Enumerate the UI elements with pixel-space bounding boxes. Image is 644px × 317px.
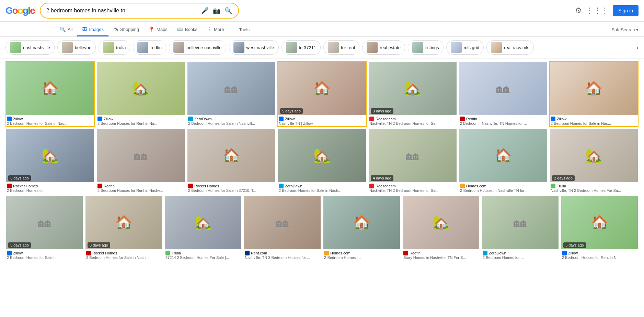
image-card-info: Rocket Homes 2 Bedroom Homes fo... bbox=[6, 182, 94, 193]
house-thumbnail: 🏡 bbox=[278, 129, 366, 182]
image-card[interactable]: 🏠 Rocket Homes 2 Bedroom Homes for Sale … bbox=[187, 128, 276, 194]
image-card-info: Rent.com Nashville, TN 3 Bedroom Houses … bbox=[244, 249, 321, 260]
image-card[interactable]: 🏘 ZeroDown 2 Bedroom Homes for ... bbox=[481, 195, 559, 261]
search-icon[interactable]: 🔍 bbox=[224, 6, 233, 15]
image-source: Redfin bbox=[460, 117, 547, 121]
tab-books[interactable]: 📖 Books bbox=[172, 23, 202, 36]
chip-listings-label: listings bbox=[425, 45, 439, 50]
chip-mls-grid-label: mls grid bbox=[464, 45, 480, 50]
image-card[interactable]: 🏠 5 days ago Zillow 2 Bedroom Houses for… bbox=[561, 195, 639, 261]
tab-maps[interactable]: 📍 Maps bbox=[144, 23, 172, 36]
settings-icon[interactable]: ⚙ bbox=[575, 6, 582, 15]
image-card[interactable]: 🏠 Zillow 2 Bedroom Homes for Sale in Nas… bbox=[549, 61, 639, 127]
time-badge: 5 days ago bbox=[280, 108, 303, 114]
house-thumbnail: 🏘 bbox=[187, 62, 275, 115]
source-icon bbox=[279, 184, 284, 188]
image-card-info: Rocket Homes 2 Bedroom Homes for Sale in… bbox=[187, 182, 275, 193]
apps-icon[interactable]: ⋮⋮⋮ bbox=[586, 6, 609, 15]
camera-icon[interactable]: 📷 bbox=[212, 6, 221, 15]
chip-real-estate[interactable]: real estate bbox=[362, 40, 405, 55]
tab-more[interactable]: ⋮ More bbox=[202, 23, 229, 36]
source-icon bbox=[369, 117, 374, 121]
image-card[interactable]: 🏠 Homes.com 2-Bedroom Homes i... bbox=[323, 195, 401, 261]
tab-shopping-label: Shopping bbox=[120, 27, 139, 32]
chip-tn-37211[interactable]: tn 37211 bbox=[281, 40, 321, 55]
house-thumbnail: 🏠 bbox=[85, 196, 162, 249]
house-thumbnail: 🏘 bbox=[97, 129, 185, 182]
image-title: Nashville, TN 2 Bedroom Homes for Sal... bbox=[369, 188, 456, 193]
image-card[interactable]: 🏡 3 days ago Realtor.com Nashville, TN 2… bbox=[368, 61, 457, 127]
image-card[interactable]: 🏠 3 days ago Rocket Homes 2 Bedroom Home… bbox=[85, 195, 163, 261]
chip-west-nashville[interactable]: west nashville bbox=[229, 40, 279, 55]
header-right: ⚙ ⋮⋮⋮ Sign in bbox=[575, 5, 639, 16]
image-card[interactable]: 🏡 2 days ago Trulia Nashville, TN 2 Bedr… bbox=[549, 128, 639, 194]
image-card[interactable]: 🏡 Zillow 2 Bedroom Houses for Rent in Na… bbox=[96, 61, 185, 127]
image-card-info: Zillow 2 Bedroom Houses for Rent in Na..… bbox=[97, 115, 185, 126]
tools-button[interactable]: Tools bbox=[234, 24, 254, 36]
chip-trulia[interactable]: trulia bbox=[99, 40, 130, 55]
image-source: Redfin bbox=[97, 184, 184, 188]
images-icon: 🖼 bbox=[82, 26, 87, 32]
house-thumbnail: 🏠 bbox=[459, 129, 547, 182]
chip-realtracs-mls[interactable]: realtracs mls bbox=[486, 40, 534, 55]
image-source: Trulia bbox=[551, 184, 637, 188]
shopping-icon: 🛍 bbox=[113, 26, 118, 32]
house-thumbnail: 🏘 bbox=[459, 62, 547, 115]
google-logo[interactable]: Google bbox=[5, 5, 34, 16]
search-input[interactable] bbox=[46, 8, 198, 14]
chips-next-arrow[interactable]: › bbox=[636, 44, 639, 51]
image-title: 2 Bedroom Homes for Sale in Nashvill... bbox=[188, 121, 275, 125]
source-icon bbox=[551, 117, 555, 121]
chip-east-nashville-label: east nashville bbox=[23, 45, 50, 50]
image-title: 2 Bedroom Homes fo... bbox=[7, 188, 93, 193]
image-card[interactable]: 🏘 Redfin 2 Bedroom - Nashville, TN Homes… bbox=[459, 61, 548, 127]
image-card[interactable]: 🏠 Homes.com 2-Bedroom Houses in Nashvill… bbox=[459, 128, 548, 194]
image-card-info: Redfin 2 Bedroom - Nashville, TN Homes f… bbox=[459, 115, 547, 126]
image-card[interactable]: 🏠 5 days ago Zillow Nashville TN | Zillo… bbox=[277, 61, 367, 127]
books-icon: 📖 bbox=[177, 26, 183, 32]
image-card-info: Realtor.com Nashville, TN 2 Bedroom Home… bbox=[369, 115, 457, 126]
image-source: Zillow bbox=[279, 117, 365, 121]
source-icon bbox=[245, 251, 250, 255]
safesearch-toggle[interactable]: SafeSearch ▾ bbox=[611, 27, 639, 32]
image-card[interactable]: 🏡 3 days ago Rocket Homes 2 Bedroom Home… bbox=[5, 128, 95, 194]
chip-redfin-label: redfin bbox=[150, 45, 162, 50]
chip-realtracs-mls-label: realtracs mls bbox=[504, 45, 529, 50]
image-source: Rent.com bbox=[245, 251, 320, 255]
image-source: Rocket Homes bbox=[188, 184, 275, 188]
image-source: Redfin bbox=[403, 251, 479, 255]
tab-shopping[interactable]: 🛍 Shopping bbox=[108, 23, 144, 36]
image-card[interactable]: 🏘 5 days ago Zillow 2 Bedroom Homes for … bbox=[5, 195, 83, 261]
chip-bellevue-nashville[interactable]: bellevue nashville bbox=[169, 40, 226, 55]
image-card[interactable]: 🏡 Trulia 37214 2 Bedroom Homes For Sale … bbox=[164, 195, 242, 261]
time-badge: 3 days ago bbox=[8, 175, 31, 181]
source-icon bbox=[369, 184, 374, 188]
tab-more-label: More bbox=[214, 27, 224, 32]
image-card[interactable]: 🏠 Zillow 2 Bedroom Homes for Sale in Nas… bbox=[5, 61, 95, 127]
tab-all[interactable]: 🔍 All bbox=[55, 23, 77, 36]
image-card[interactable]: 🏘 4 days ago Realtor.com Nashville, TN 2… bbox=[368, 128, 457, 194]
chip-mls-grid[interactable]: mls grid bbox=[446, 40, 484, 55]
chip-for-rent[interactable]: for rent bbox=[323, 40, 359, 55]
image-source: Trulia bbox=[165, 251, 241, 255]
search-bar: 🎤 📷 🔍 bbox=[40, 3, 239, 19]
tab-images[interactable]: 🖼 Images bbox=[77, 23, 108, 36]
chip-bellevue[interactable]: bellevue bbox=[57, 40, 96, 55]
image-title: 2 Bedroom Homes for Sale i... bbox=[7, 255, 82, 260]
image-card[interactable]: 🏘 ZeroDown 2 Bedroom Homes for Sale in N… bbox=[187, 61, 276, 127]
tab-images-label: Images bbox=[89, 27, 104, 32]
image-title: 2 Bedroom Homes for Sale in Nash... bbox=[86, 255, 161, 260]
chip-listings[interactable]: listings bbox=[408, 40, 444, 55]
image-card[interactable]: 🏘 Rent.com Nashville, TN 3 Bedroom House… bbox=[243, 195, 321, 261]
chip-redfin[interactable]: redfin bbox=[133, 40, 166, 55]
microphone-icon[interactable]: 🎤 bbox=[200, 6, 209, 15]
signin-button[interactable]: Sign in bbox=[613, 5, 639, 16]
chip-east-nashville[interactable]: east nashville bbox=[5, 40, 55, 55]
chip-bellevue-nashville-label: bellevue nashville bbox=[186, 45, 222, 50]
image-card[interactable]: 🏡 ZeroDown 2 Bedroom Homes for Sale in N… bbox=[277, 128, 367, 194]
image-card[interactable]: 🏡 Redfin Story Homes in Nashville, TN Fo… bbox=[402, 195, 480, 261]
chip-west-nashville-label: west nashville bbox=[246, 45, 274, 50]
image-card[interactable]: 🏘 Redfin 2 Bedroom Houses for Rent in Na… bbox=[96, 128, 185, 194]
image-title: 2-Bedroom Homes i... bbox=[324, 255, 399, 260]
image-card-info: Zillow 2 Bedroom Homes for Sale i... bbox=[6, 249, 83, 260]
